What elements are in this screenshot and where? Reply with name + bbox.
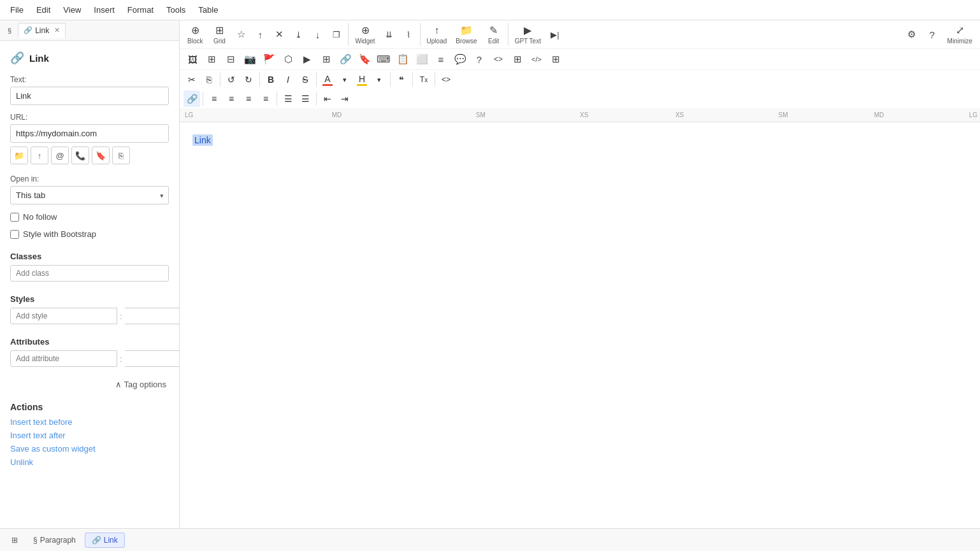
insert-image-button[interactable]: 🖼 — [184, 50, 201, 68]
bottom-tab-grid[interactable]: ⊞ — [5, 533, 24, 547]
sort-button[interactable]: ⇊ — [380, 25, 398, 43]
align-justify-button[interactable]: ≡ — [257, 90, 274, 107]
move-up-button[interactable]: ↑ — [251, 25, 269, 43]
redo-button[interactable]: ↻ — [240, 71, 257, 88]
highlight-button[interactable]: H — [354, 71, 370, 88]
editor-canvas[interactable]: Link — [180, 122, 980, 528]
minimize-button[interactable]: ⤢ Minimize — [944, 22, 976, 47]
italic-button[interactable]: I — [280, 71, 296, 88]
undo-button[interactable]: ↺ — [223, 71, 240, 88]
attr-val-input[interactable] — [125, 350, 179, 367]
styles-key-input[interactable] — [10, 308, 117, 324]
menu-file[interactable]: File — [5, 3, 29, 17]
insert-layout-button[interactable]: ⊞ — [547, 50, 565, 68]
insert-section-button[interactable]: ≡ — [432, 50, 450, 68]
insert-module-button[interactable]: ⊞ — [508, 50, 526, 68]
strikethrough-button[interactable]: S — [297, 71, 313, 88]
tab-section[interactable]: § — [3, 24, 17, 37]
insert-media-button[interactable]: 📷 — [241, 50, 259, 68]
nofollow-checkbox[interactable] — [10, 213, 19, 222]
save-button[interactable]: ⤓ — [289, 25, 307, 43]
ruler-xs-left: XS — [580, 111, 588, 118]
insert-tooltip-button[interactable]: ? — [470, 50, 488, 68]
align-right-button[interactable]: ≡ — [240, 90, 257, 107]
outdent-button[interactable]: ⇤ — [319, 90, 336, 107]
menu-format[interactable]: Format — [122, 3, 159, 17]
numbered-list-button[interactable]: ☰ — [297, 90, 313, 107]
align-left-button[interactable]: ≡ — [206, 90, 222, 107]
edit-icon: ✎ — [489, 24, 498, 36]
insert-link-button[interactable]: 🔗 — [336, 50, 354, 68]
upload-button[interactable]: ↑ — [31, 147, 48, 164]
edit-button-tb[interactable]: ✎ Edit — [482, 22, 505, 47]
insert-grid2-button[interactable]: ⊞ — [317, 50, 335, 68]
insert-shape-button[interactable]: ⬡ — [279, 50, 297, 68]
at-button[interactable]: @ — [51, 147, 69, 164]
indent-button[interactable]: ⇥ — [336, 90, 353, 107]
insert-table-button[interactable]: ⊞ — [203, 50, 220, 68]
menu-table[interactable]: Table — [193, 3, 223, 17]
bootstrap-checkbox[interactable] — [10, 230, 19, 239]
block-button[interactable]: ⊕ Block — [184, 22, 206, 47]
baseline-button[interactable]: ⌇ — [400, 25, 417, 43]
browse-button-tb[interactable]: 📁 Browse — [452, 22, 480, 47]
insert-comment-button[interactable]: 💬 — [451, 50, 469, 68]
help-button[interactable]: ? — [923, 25, 941, 43]
insert-before-link[interactable]: Insert text before — [10, 417, 169, 427]
tab-close-button[interactable]: ✕ — [54, 26, 60, 34]
insert-input-button[interactable]: ⌨ — [375, 50, 393, 68]
color-dropdown-button[interactable]: ▾ — [336, 71, 353, 88]
insert-clipboard-button[interactable]: 📋 — [394, 50, 412, 68]
bookmark-button[interactable]: 🔖 — [92, 147, 110, 164]
insert-video-button[interactable]: ▶ — [298, 50, 316, 68]
insert-after-link[interactable]: Insert text after — [10, 431, 169, 440]
bullet-list-button[interactable]: ☰ — [280, 90, 296, 107]
bottom-tab-paragraph[interactable]: § Paragraph — [27, 533, 82, 547]
text-input[interactable] — [10, 87, 169, 105]
browse-button[interactable]: 📁 — [10, 147, 28, 164]
font-color-button[interactable]: A — [319, 71, 336, 88]
menu-insert[interactable]: Insert — [89, 3, 120, 17]
link-active-button[interactable]: 🔗 — [184, 90, 200, 107]
tab-link[interactable]: 🔗 Link ✕ — [18, 23, 66, 38]
attr-key-input[interactable] — [10, 350, 117, 367]
clear-format-button[interactable]: Tx — [415, 71, 432, 88]
highlight-dropdown-button[interactable]: ▾ — [371, 71, 387, 88]
gpt-text-button[interactable]: ▶ GPT Text — [511, 22, 545, 47]
source-code-button[interactable]: <> — [438, 71, 454, 88]
duplicate-button[interactable]: ❐ — [328, 25, 345, 43]
settings-button[interactable]: ⚙ — [903, 25, 921, 43]
gpt2-button[interactable]: ▶| — [546, 25, 564, 43]
url-input[interactable] — [10, 124, 169, 143]
insert-code-button[interactable]: <> — [489, 50, 507, 68]
tag-options-row[interactable]: ∧ Tag options — [10, 380, 169, 389]
move-down-button[interactable]: ↓ — [308, 25, 326, 43]
insert-form-button[interactable]: ⊟ — [222, 50, 240, 68]
grid-button[interactable]: ⊞ Grid — [208, 22, 231, 47]
bold-button[interactable]: B — [263, 71, 279, 88]
classes-input[interactable] — [10, 265, 169, 282]
open-in-select[interactable]: This tab New tab New window — [10, 186, 169, 204]
upload-button-tb[interactable]: ↑ Upload — [423, 22, 451, 47]
copy-url-button[interactable]: ⎘ — [112, 147, 130, 164]
widget-button[interactable]: ⊕ Widget — [351, 22, 378, 47]
menu-tools[interactable]: Tools — [161, 3, 191, 17]
menu-view[interactable]: View — [58, 3, 86, 17]
align-center-button[interactable]: ≡ — [223, 90, 240, 107]
insert-bookmark-button[interactable]: 🔖 — [356, 50, 373, 68]
save-widget-link[interactable]: Save as custom widget — [10, 444, 169, 454]
copy-button[interactable]: ⎘ — [201, 71, 217, 88]
styles-val-input[interactable] — [125, 308, 179, 324]
remove-button[interactable]: ✕ — [270, 25, 288, 43]
link-element[interactable]: Link — [192, 134, 213, 146]
insert-box-button[interactable]: ⬜ — [413, 50, 431, 68]
cut-button[interactable]: ✂ — [184, 71, 200, 88]
insert-icon-button[interactable]: 🚩 — [260, 50, 278, 68]
phone-button[interactable]: 📞 — [71, 147, 89, 164]
bottom-tab-link[interactable]: 🔗 Link — [85, 533, 125, 548]
star-button[interactable]: ☆ — [232, 25, 250, 43]
unlink-link[interactable]: Unlink — [10, 457, 169, 467]
insert-rawcode-button[interactable]: </> — [528, 50, 545, 68]
menu-edit[interactable]: Edit — [31, 3, 55, 17]
blockquote-button[interactable]: ❝ — [393, 71, 410, 88]
